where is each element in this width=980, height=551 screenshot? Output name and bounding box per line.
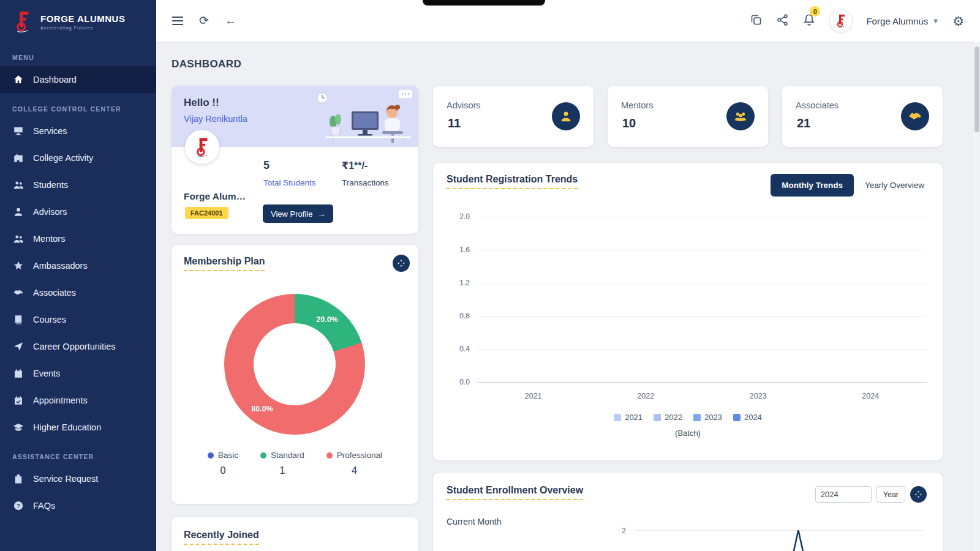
users-icon <box>12 233 24 245</box>
associates-stat-card: Associates 21 <box>782 86 943 147</box>
current-month-label: Current Month <box>447 517 501 527</box>
legend-item: 2022 <box>654 413 682 422</box>
hello-card: Hello !! Vijay Renikuntla <box>172 86 418 234</box>
stat-label: Mentors <box>621 100 653 110</box>
share-icon[interactable] <box>776 13 789 29</box>
sidebar-item-faqs[interactable]: ? FAQs <box>0 492 156 519</box>
registration-trends-card: Student Registration Trends Monthly Tren… <box>433 163 943 460</box>
users-icon <box>12 179 24 191</box>
enrollment-overview-card: Student Enrollment Overview Year Current… <box>433 473 943 551</box>
star-icon <box>12 260 24 272</box>
calendar-check-icon <box>12 394 24 407</box>
copy-icon[interactable] <box>750 13 763 29</box>
year-input[interactable] <box>815 486 872 503</box>
user-name: Forge Alumnus <box>866 16 928 26</box>
vertical-scrollbar[interactable] <box>974 42 980 551</box>
tab-yearly-overview[interactable]: Yearly Overview <box>865 181 924 190</box>
trends-tabs: Monthly Trends Yearly Overview <box>771 174 924 197</box>
org-name: Forge Alum… <box>184 191 246 202</box>
enrollment-controls: Year <box>815 486 927 503</box>
enrollment-line <box>635 530 929 551</box>
sidebar-item-college-activity[interactable]: College Activity <box>0 144 156 171</box>
chevron-down-icon: ▼ <box>932 17 939 24</box>
legend-value: 1 <box>279 465 285 476</box>
stat-label: Advisors <box>447 100 481 110</box>
view-profile-button[interactable]: View Profile → <box>263 204 333 223</box>
sidebar-item-dashboard[interactable]: Dashboard <box>0 66 156 93</box>
slice-label-professional: 80.0% <box>251 405 273 413</box>
legend-item: 2021 <box>614 413 643 422</box>
section-college-control: COLLEGE CONTROL CENTER <box>0 93 156 118</box>
sidebar-item-courses[interactable]: Courses <box>0 306 156 333</box>
user-menu[interactable]: Forge Alumnus ▼ <box>866 16 939 26</box>
user-avatar[interactable] <box>829 9 853 32</box>
sidebar-item-ambassadors[interactable]: Ambassadors <box>0 252 156 279</box>
logo-tagline: Accelerating Futures <box>40 26 125 30</box>
tab-monthly-trends[interactable]: Monthly Trends <box>771 174 854 197</box>
sidebar-item-label: Associates <box>33 288 76 298</box>
expand-icon[interactable] <box>910 486 927 503</box>
building-icon <box>12 152 24 164</box>
sidebar-item-label: Appointments <box>33 395 88 405</box>
main-content: DASHBOARD Hello !! Vijay Renikuntla <box>156 42 974 551</box>
sidebar-item-services[interactable]: Services <box>0 118 156 144</box>
stat-value: 10 <box>622 116 636 130</box>
graduation-cap-icon <box>12 421 24 433</box>
legend-item: 2023 <box>693 413 722 422</box>
paper-plane-icon <box>12 340 24 353</box>
stat-label: Associates <box>796 100 839 110</box>
notifications-bell-icon[interactable]: 0 <box>802 13 816 29</box>
app-logo[interactable]: FORGE ALUMNUS Accelerating Futures <box>0 0 156 42</box>
legend-item-basic: Basic 0 <box>208 451 238 476</box>
total-students-label: Total Students <box>263 178 316 187</box>
sidebar-item-label: Courses <box>33 315 66 324</box>
topbar: ⟳ ← 0 Forge Alumnus ▼ ⚙ <box>156 0 980 42</box>
sidebar-item-label: Mentors <box>33 234 65 244</box>
legend-item-professional: Professional 4 <box>326 451 382 476</box>
screen-notch <box>423 0 545 6</box>
notification-badge: 0 <box>810 6 820 17</box>
sidebar-item-label: Services <box>33 126 67 136</box>
sidebar-item-events[interactable]: Events <box>0 360 156 387</box>
home-icon <box>12 73 24 86</box>
trends-title: Student Registration Trends <box>447 174 578 189</box>
calendar-icon <box>12 367 24 380</box>
trends-x-axis: 2021 2022 2023 2024 <box>477 392 927 400</box>
legend-item: 2024 <box>733 413 762 422</box>
forge-logo-icon <box>11 10 34 33</box>
legend-dot <box>208 452 214 459</box>
back-arrow-icon[interactable]: ← <box>225 15 236 26</box>
user-icon <box>12 206 24 218</box>
advisors-stat-card: Advisors 11 <box>433 86 594 147</box>
expand-icon[interactable] <box>393 255 410 272</box>
stat-value: 11 <box>448 116 461 130</box>
slice-label-standard: 20.0% <box>316 315 337 324</box>
membership-legend: Basic 0 Standard 1 Professional 4 <box>172 451 418 476</box>
sidebar-item-label: Dashboard <box>33 75 77 84</box>
sidebar-item-label: FAQs <box>33 501 55 511</box>
greeting-text: Hello !! <box>184 97 219 109</box>
trends-bar-chart: 2.0 1.6 1.2 0.8 0.4 0.0 <box>447 217 927 382</box>
sidebar-item-label: Events <box>33 369 60 378</box>
svg-text:?: ? <box>17 503 20 509</box>
sidebar-item-mentors[interactable]: Mentors <box>0 225 156 252</box>
sidebar-item-advisors[interactable]: Advisors <box>0 198 156 225</box>
membership-plan-card: Membership Plan 20.0% 80.0% Basic 0 Stan… <box>172 245 418 504</box>
sidebar-item-higher-education[interactable]: Higher Education <box>0 414 156 441</box>
section-assistance-center: ASSISTANCE CENTER <box>0 441 156 465</box>
sidebar-item-students[interactable]: Students <box>0 171 156 198</box>
sidebar-item-career-opportunities[interactable]: Career Opportunities <box>0 333 156 360</box>
stat-value: 21 <box>797 116 810 130</box>
membership-title: Membership Plan <box>184 256 265 271</box>
greeting-user-name: Vijay Renikuntla <box>184 114 247 124</box>
sidebar-item-label: Higher Education <box>33 422 101 432</box>
settings-gear-icon[interactable]: ⚙ <box>952 15 964 28</box>
sidebar-item-appointments[interactable]: Appointments <box>0 387 156 414</box>
year-button[interactable]: Year <box>876 486 905 503</box>
menu-toggle-icon[interactable] <box>172 15 183 27</box>
mentors-group-icon <box>726 102 755 130</box>
sidebar-item-service-request[interactable]: Service Request <box>0 465 156 492</box>
scrollbar-thumb[interactable] <box>974 47 979 132</box>
sidebar-item-associates[interactable]: Associates <box>0 279 156 306</box>
refresh-icon[interactable]: ⟳ <box>199 15 209 26</box>
